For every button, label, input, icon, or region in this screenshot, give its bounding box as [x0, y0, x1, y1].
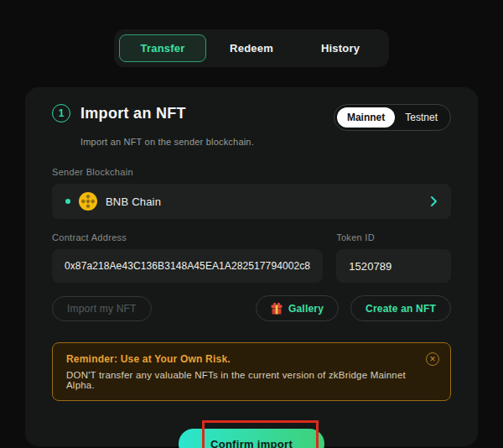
chevron-right-icon — [430, 195, 438, 207]
address-token-row: Contract Address 0x87a218Ae43C136B3148A4… — [52, 232, 451, 283]
step-number-badge: 1 — [52, 104, 70, 122]
sender-blockchain-group: Sender Blockchain BNB Chain — [52, 167, 451, 219]
token-id-label: Token ID — [336, 232, 451, 242]
tab-history[interactable]: History — [297, 34, 384, 62]
card-header: 1 Import an NFT Mainnet Testnet — [52, 104, 451, 131]
reminder-banner: Reminder: Use at Your Own Risk. DON'T tr… — [52, 342, 451, 401]
contract-address-group: Contract Address 0x87a218Ae43C136B3148A4… — [52, 232, 323, 283]
card-header-left: 1 Import an NFT — [52, 104, 186, 122]
gallery-button-label: Gallery — [288, 303, 324, 315]
token-id-group: Token ID 1520789 — [336, 232, 451, 283]
contract-address-input[interactable]: 0x87a218Ae43C136B3148A45EA1A282517794002… — [52, 249, 323, 283]
network-toggle[interactable]: Mainnet Testnet — [334, 104, 451, 131]
actions-right-group: Gallery Create an NFT — [256, 295, 451, 321]
gift-icon — [271, 302, 283, 315]
import-my-nft-button[interactable]: Import my NFT — [52, 296, 152, 321]
create-nft-button[interactable]: Create an NFT — [350, 295, 451, 321]
gallery-button[interactable]: Gallery — [256, 295, 339, 321]
token-id-input[interactable]: 1520789 — [336, 249, 451, 283]
tab-bar: Transfer Redeem History — [114, 29, 389, 67]
tab-transfer[interactable]: Transfer — [119, 34, 206, 62]
sender-blockchain-value: BNB Chain — [106, 195, 161, 208]
actions-row: Import my NFT Gallery Create an NFT — [52, 295, 451, 321]
online-dot-icon — [65, 199, 70, 204]
page-title: Import an NFT — [80, 105, 186, 122]
reminder-title: Reminder: Use at Your Own Risk. — [66, 353, 413, 365]
zkbridge-transfer-screen: Transfer Redeem History 1 Import an NFT … — [0, 0, 503, 448]
tab-bar-container: Transfer Redeem History — [0, 0, 503, 67]
toggle-option-testnet[interactable]: Testnet — [395, 107, 448, 128]
page-subtitle: Import an NFT on the sender blockchain. — [80, 137, 451, 147]
import-nft-card: 1 Import an NFT Mainnet Testnet Import a… — [25, 87, 478, 446]
toggle-option-mainnet[interactable]: Mainnet — [337, 107, 395, 128]
tab-redeem[interactable]: Redeem — [208, 34, 295, 62]
bnb-coin-icon — [79, 192, 97, 211]
confirm-import-button[interactable]: Confirm import — [179, 429, 324, 448]
reminder-close-icon[interactable]: × — [426, 352, 439, 366]
reminder-body: DON'T transfer any valuable NFTs in the … — [66, 370, 413, 390]
sender-blockchain-select[interactable]: BNB Chain — [52, 184, 451, 219]
confirm-area: Confirm import — [52, 429, 451, 448]
contract-address-label: Contract Address — [52, 232, 323, 242]
sender-blockchain-label: Sender Blockchain — [52, 167, 451, 177]
